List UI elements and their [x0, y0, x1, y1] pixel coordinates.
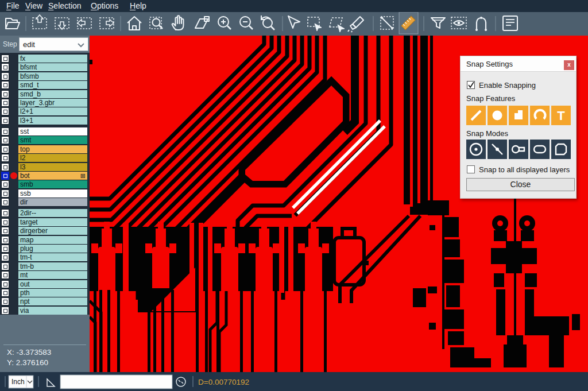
svg-text:Inch: Inch	[11, 378, 25, 386]
svg-text:T: T	[557, 109, 565, 123]
svg-text:D=0.00770192: D=0.00770192	[198, 378, 249, 386]
